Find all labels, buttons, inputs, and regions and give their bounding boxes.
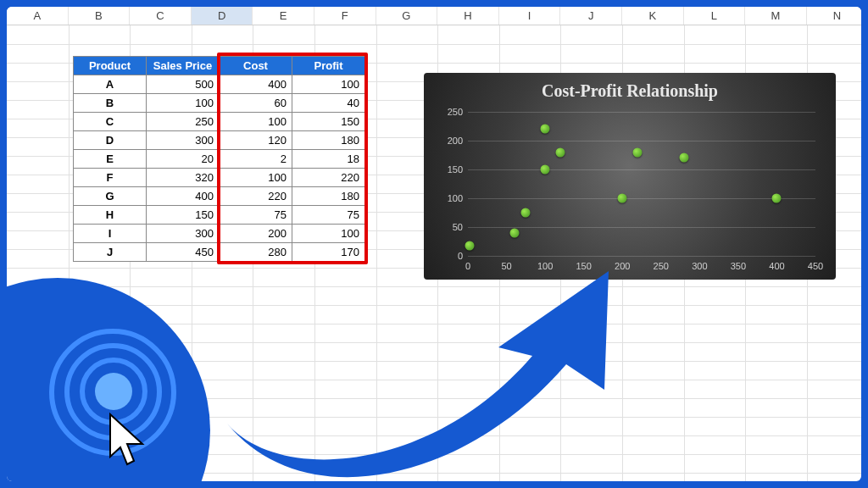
cell-sales-price[interactable]: 400 [147,187,220,206]
chart-xtick: 300 [692,261,707,271]
chart-xtick: 450 [808,261,823,271]
column-header-G[interactable]: G [376,7,438,25]
cell-profit[interactable]: 100 [292,225,365,243]
scatter-chart[interactable]: Cost-Profit Relationship 050100150200250… [424,73,836,280]
cell-sales-price[interactable]: 100 [147,94,220,113]
chart-ytick: 50 [434,222,463,232]
cell-product[interactable]: C [74,113,147,131]
chart-point [541,165,550,175]
cell-cost[interactable]: 60 [220,94,292,113]
cell-profit[interactable]: 180 [292,187,365,206]
cell-sales-price[interactable]: 150 [147,206,220,225]
chart-point [618,194,627,203]
cell-cost[interactable]: 2 [220,150,292,169]
column-header-J[interactable]: J [560,7,622,25]
cell-profit[interactable]: 170 [292,243,365,262]
cell-sales-price[interactable]: 500 [147,75,220,94]
chart-point [772,194,782,203]
column-header-K[interactable]: K [622,7,684,25]
cell-cost[interactable]: 200 [220,225,292,243]
chart-ytick: 150 [434,164,463,175]
cell-cost[interactable]: 120 [220,131,292,150]
table-row[interactable]: J450280170 [74,243,365,262]
cell-cost[interactable]: 75 [220,206,292,225]
chart-point [465,241,474,250]
table-row[interactable]: H1507575 [74,206,365,225]
cell-product[interactable]: B [74,94,147,113]
column-header-N[interactable]: N [807,7,861,25]
cell-product[interactable]: E [74,150,147,169]
data-table[interactable]: ProductSales PriceCostProfit A500400100B… [73,56,365,262]
column-header-A[interactable]: A [7,7,69,25]
table-row[interactable]: B1006040 [74,94,365,113]
chart-xtick: 400 [769,261,784,271]
table-row[interactable]: C250100150 [74,113,365,131]
chart-plot-area: 0501001502002500501001502002503003504004… [468,112,815,256]
chart-point [541,125,550,134]
chart-xtick: 350 [731,261,746,271]
table-row[interactable]: I300200100 [74,225,365,243]
chart-xtick: 200 [615,261,630,271]
table-row[interactable]: G400220180 [74,187,365,206]
cell-cost[interactable]: 400 [220,75,292,94]
column-header-H[interactable]: H [437,7,499,25]
cell-sales-price[interactable]: 300 [147,131,220,150]
cell-profit[interactable]: 150 [292,113,365,131]
cell-product[interactable]: G [74,187,147,206]
chart-point [521,208,531,218]
table-header[interactable]: Cost [220,57,292,75]
column-header-B[interactable]: B [69,7,131,25]
chart-point [509,228,519,237]
cell-sales-price[interactable]: 20 [147,150,220,169]
table-header[interactable]: Profit [292,57,365,75]
cell-profit[interactable]: 100 [292,75,365,94]
table-row[interactable]: A500400100 [74,75,365,94]
chart-xtick: 50 [501,261,511,271]
chart-xtick: 100 [537,261,553,271]
column-header-E[interactable]: E [253,7,314,25]
chart-point [633,147,643,157]
spreadsheet-frame: ABCDEFGHIJKLMN ProductSales PriceCostPro… [7,7,861,481]
cell-product[interactable]: A [74,75,147,94]
cell-profit[interactable]: 180 [292,131,365,150]
cell-product[interactable]: H [74,206,147,225]
cell-cost[interactable]: 280 [220,243,292,262]
cell-product[interactable]: D [74,131,147,150]
cursor-icon [102,410,153,478]
cell-sales-price[interactable]: 300 [147,225,220,243]
cell-profit[interactable]: 40 [292,94,365,113]
table-header[interactable]: Product [74,57,147,75]
table-header[interactable]: Sales Price [147,57,220,75]
column-header-C[interactable]: C [130,7,192,25]
column-header-I[interactable]: I [499,7,561,25]
cell-sales-price[interactable]: 320 [147,169,220,187]
table-row[interactable]: D300120180 [74,131,365,150]
chart-ytick: 0 [434,251,463,261]
column-header-D[interactable]: D [192,7,253,25]
cell-sales-price[interactable]: 250 [147,113,220,131]
table-row[interactable]: E20218 [74,150,365,169]
column-header-F[interactable]: F [314,7,376,25]
cell-cost[interactable]: 220 [220,187,292,206]
chart-point [556,147,565,157]
cell-profit[interactable]: 220 [292,169,365,187]
cell-profit[interactable]: 75 [292,206,365,225]
column-header-M[interactable]: M [745,7,807,25]
chart-ytick: 100 [434,193,463,203]
arrow-icon [176,263,651,481]
logo-dot-icon [95,373,132,410]
column-header-L[interactable]: L [684,7,746,25]
chart-ytick: 250 [434,107,463,117]
chart-xtick: 0 [465,261,470,271]
table-row[interactable]: F320100220 [74,169,365,187]
column-header-row: ABCDEFGHIJKLMN [7,7,861,25]
cell-product[interactable]: I [74,225,147,243]
cell-profit[interactable]: 18 [292,150,365,169]
chart-title: Cost-Profit Relationship [424,73,836,101]
cell-sales-price[interactable]: 450 [147,243,220,262]
cell-product[interactable]: F [74,169,147,187]
cell-cost[interactable]: 100 [220,113,292,131]
chart-xtick: 150 [576,261,591,271]
cell-product[interactable]: J [74,243,147,262]
cell-cost[interactable]: 100 [220,169,292,187]
